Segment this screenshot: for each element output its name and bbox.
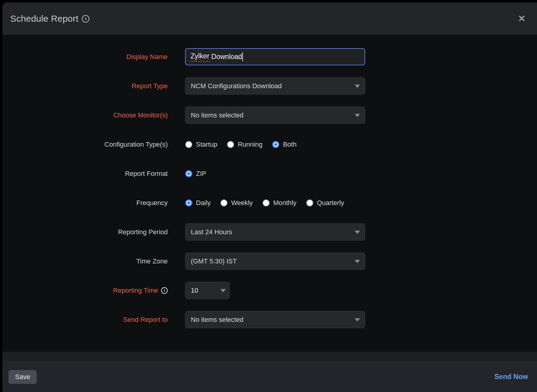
send-report-to-dropdown[interactable]: No items selected	[185, 311, 365, 328]
display-name-control: Zylker Download	[185, 48, 365, 65]
frequency-label: Frequency	[136, 199, 168, 207]
report-format-radio-group: ZIP	[185, 170, 206, 178]
radio-selected-icon	[185, 199, 192, 207]
chevron-down-icon	[355, 318, 360, 322]
radio-selected-icon	[272, 141, 279, 148]
save-button[interactable]: Save	[8, 370, 37, 384]
reporting-period-control: Last 24 Hours	[185, 223, 365, 241]
radio-unselected-icon	[306, 199, 313, 207]
form-row-choose-monitors: Choose Monitor(s) No items selected	[2, 107, 537, 124]
time-zone-dropdown[interactable]: (GMT 5:30) IST	[185, 253, 365, 270]
radio-monthly[interactable]: Monthly	[262, 199, 296, 207]
report-type-label: Report Type	[132, 82, 168, 90]
radio-both[interactable]: Both	[272, 141, 296, 148]
radio-daily[interactable]: Daily	[185, 199, 211, 207]
title-info-icon[interactable]: i	[82, 15, 89, 23]
report-type-dropdown[interactable]: NCM Configurations Download	[185, 77, 365, 95]
time-zone-label-col: Time Zone	[2, 257, 168, 265]
send-report-to-label: Send Report to	[123, 316, 168, 324]
display-name-value-misspelled: Zylker	[191, 52, 210, 62]
choose-monitors-control: No items selected	[185, 107, 365, 124]
display-name-value-rest: Download	[210, 53, 242, 61]
choose-monitors-value: No items selected	[191, 111, 244, 119]
schedule-report-dialog: Schedule Report i ✕ Display Name Zylker …	[2, 2, 537, 392]
display-name-label-col: Display Name	[2, 53, 168, 61]
configuration-types-label: Configuration Type(s)	[104, 141, 168, 148]
display-name-label: Display Name	[126, 53, 168, 61]
configuration-types-label-col: Configuration Type(s)	[2, 141, 168, 148]
radio-unselected-icon	[262, 199, 270, 207]
send-report-to-value: No items selected	[191, 316, 244, 324]
chevron-down-icon	[355, 85, 360, 88]
radio-unselected-icon	[227, 141, 234, 148]
chevron-down-icon	[220, 289, 226, 292]
frequency-label-col: Frequency	[2, 199, 168, 207]
reporting-period-value: Last 24 Hours	[191, 228, 232, 236]
dialog-header: Schedule Report i ✕	[2, 2, 537, 35]
time-zone-control: (GMT 5:30) IST	[185, 253, 365, 270]
reporting-time-control: 10	[185, 282, 230, 299]
reporting-period-label: Reporting Period	[118, 228, 168, 236]
radio-unselected-icon	[185, 141, 192, 148]
frequency-radio-group: Daily Weekly Monthly Quarterly	[185, 199, 344, 207]
radio-selected-icon	[185, 170, 192, 177]
chevron-down-icon	[355, 114, 360, 117]
configuration-types-radio-group: Startup Running Both	[185, 141, 296, 148]
footer-spacer	[2, 352, 537, 361]
form-row-report-format: Report Format ZIP	[2, 165, 537, 182]
reporting-time-value: 10	[191, 287, 198, 294]
close-icon[interactable]: ✕	[518, 14, 526, 23]
report-format-label: Report Format	[125, 170, 168, 178]
form-row-send-report-to: Send Report to No items selected	[2, 311, 537, 328]
reporting-time-label: Reporting Time	[113, 287, 158, 294]
send-now-link[interactable]: Send Now	[495, 373, 528, 381]
form-row-time-zone: Time Zone (GMT 5:30) IST	[2, 253, 537, 270]
display-name-input[interactable]: Zylker Download	[185, 48, 365, 65]
radio-running[interactable]: Running	[227, 141, 262, 148]
choose-monitors-dropdown[interactable]: No items selected	[185, 107, 365, 124]
reporting-time-info-icon[interactable]: i	[161, 287, 168, 294]
dialog-body: Display Name Zylker Download Report Type…	[2, 35, 537, 352]
choose-monitors-label: Choose Monitor(s)	[113, 111, 168, 119]
report-type-value: NCM Configurations Download	[191, 82, 282, 90]
radio-startup[interactable]: Startup	[185, 141, 217, 148]
form-row-report-type: Report Type NCM Configurations Download	[2, 77, 537, 95]
radio-weekly[interactable]: Weekly	[220, 199, 253, 207]
radio-unselected-icon	[220, 199, 228, 207]
radio-zip[interactable]: ZIP	[185, 170, 206, 178]
chevron-down-icon	[355, 260, 360, 263]
reporting-time-label-col: Reporting Time i	[2, 287, 168, 294]
time-zone-value: (GMT 5:30) IST	[191, 257, 237, 265]
text-cursor	[242, 52, 243, 61]
reporting-time-dropdown[interactable]: 10	[185, 282, 230, 299]
form-row-frequency: Frequency Daily Weekly Monthly Quarterl	[2, 194, 537, 211]
form-row-configuration-types: Configuration Type(s) Startup Running Bo…	[2, 136, 537, 153]
radio-quarterly[interactable]: Quarterly	[306, 199, 344, 207]
form-row-reporting-period: Reporting Period Last 24 Hours	[2, 223, 537, 241]
dialog-footer: Save Send Now	[2, 361, 537, 392]
report-type-label-col: Report Type	[2, 82, 168, 90]
reporting-period-label-col: Reporting Period	[2, 228, 168, 236]
form-row-reporting-time: Reporting Time i 10	[2, 282, 537, 299]
time-zone-label: Time Zone	[136, 257, 168, 265]
send-report-to-control: No items selected	[185, 311, 365, 328]
chevron-down-icon	[355, 231, 360, 234]
choose-monitors-label-col: Choose Monitor(s)	[2, 111, 168, 119]
form-row-display-name: Display Name Zylker Download	[2, 48, 537, 65]
report-format-label-col: Report Format	[2, 170, 168, 178]
send-report-to-label-col: Send Report to	[2, 316, 168, 324]
reporting-period-dropdown[interactable]: Last 24 Hours	[185, 223, 365, 241]
report-type-control: NCM Configurations Download	[185, 77, 365, 95]
dialog-title: Schedule Report	[10, 14, 78, 24]
